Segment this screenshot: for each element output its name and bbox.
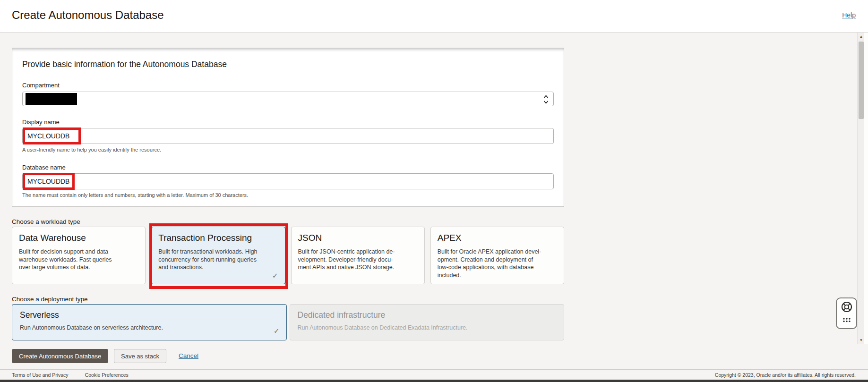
selected-checkmark-icon: ✓ <box>272 272 278 280</box>
workload-card-row: Data Warehouse Built for decision suppor… <box>12 227 564 284</box>
scrollbar-thumb[interactable] <box>859 42 864 119</box>
cookie-preferences-link[interactable]: Cookie Preferences <box>85 372 129 378</box>
database-name-label: Database name <box>22 164 554 171</box>
right-gutter <box>864 33 868 344</box>
compartment-value-redacted <box>26 93 77 105</box>
bottom-edge-strip <box>0 380 868 382</box>
scrollbar-up-icon[interactable]: ▲ <box>858 33 865 41</box>
cancel-link[interactable]: Cancel <box>179 352 198 359</box>
workload-card-transaction-processing[interactable]: Transaction Processing Built for transac… <box>151 227 285 284</box>
card-description: Run Autonomous Database on Dedicated Exa… <box>298 324 557 331</box>
create-autonomous-database-button[interactable]: Create Autonomous Database <box>12 349 108 363</box>
display-name-input[interactable] <box>22 128 554 144</box>
display-name-input-wrap <box>22 128 554 144</box>
database-name-input[interactable] <box>22 173 554 189</box>
workload-card-apex[interactable]: APEX Built for Oracle APEX application d… <box>430 227 564 284</box>
card-description: Built for Oracle APEX application devel-… <box>438 248 557 279</box>
database-name-input-wrap <box>22 173 554 189</box>
card-title: Data Warehouse <box>19 233 138 243</box>
basic-info-panel: Provide basic information for the Autono… <box>12 48 564 207</box>
support-widget-button[interactable] <box>836 297 857 329</box>
grid-dots-icon <box>842 317 851 326</box>
deployment-type-label: Choose a deployment type <box>12 296 88 303</box>
display-name-label: Display name <box>22 119 554 126</box>
card-description: Built for transactional workloads. High … <box>158 248 278 272</box>
card-title: JSON <box>298 233 418 243</box>
basic-info-heading: Provide basic information for the Autono… <box>22 59 554 69</box>
workload-type-label: Choose a workload type <box>12 218 80 225</box>
deployment-card-dedicated-infrastructure: Dedicated infrastructure Run Autonomous … <box>290 304 565 340</box>
card-title: Dedicated infrastructure <box>298 310 557 320</box>
card-title: Serverless <box>20 310 279 320</box>
save-as-stack-button[interactable]: Save as stack <box>114 349 166 363</box>
card-title: Transaction Processing <box>158 233 278 243</box>
copyright-text: Copyright © 2023, Oracle and/or its affi… <box>715 372 856 378</box>
workload-card-data-warehouse[interactable]: Data Warehouse Built for decision suppor… <box>12 227 146 284</box>
select-chevrons-icon <box>543 94 549 107</box>
display-name-helper: A user-friendly name to help you easily … <box>22 147 554 153</box>
deployment-card-row: Serverless Run Autonomous Database on se… <box>12 304 564 340</box>
compartment-select[interactable] <box>22 92 554 106</box>
database-name-helper: The name must contain only letters and n… <box>22 192 554 198</box>
page-footer: Terms of Use and Privacy Cookie Preferen… <box>0 369 868 380</box>
help-link[interactable]: Help <box>842 11 856 19</box>
content-area: Provide basic information for the Autono… <box>0 33 868 344</box>
compartment-label: Compartment <box>22 82 554 89</box>
vertical-scrollbar[interactable]: ▲ ▼ <box>857 33 864 344</box>
support-lifebuoy-icon <box>841 301 853 315</box>
selected-checkmark-icon: ✓ <box>274 327 280 335</box>
footer-links: Terms of Use and Privacy Cookie Preferen… <box>12 372 129 378</box>
scrollbar-down-icon[interactable]: ▼ <box>858 336 865 344</box>
card-title: APEX <box>438 233 557 243</box>
card-description: Built for decision support and data ware… <box>19 248 138 272</box>
card-description: Built for JSON-centric application de- v… <box>298 248 418 272</box>
action-bar: Create Autonomous Database Save as stack… <box>0 344 868 369</box>
card-description: Run Autonomous Database on serverless ar… <box>20 324 279 331</box>
terms-of-use-link[interactable]: Terms of Use and Privacy <box>12 372 69 378</box>
deployment-card-serverless[interactable]: Serverless Run Autonomous Database on se… <box>12 304 287 340</box>
workload-card-json[interactable]: JSON Built for JSON-centric application … <box>291 227 425 284</box>
page-title: Create Autonomous Database <box>12 8 164 22</box>
page-header: Create Autonomous Database Help <box>0 0 868 33</box>
